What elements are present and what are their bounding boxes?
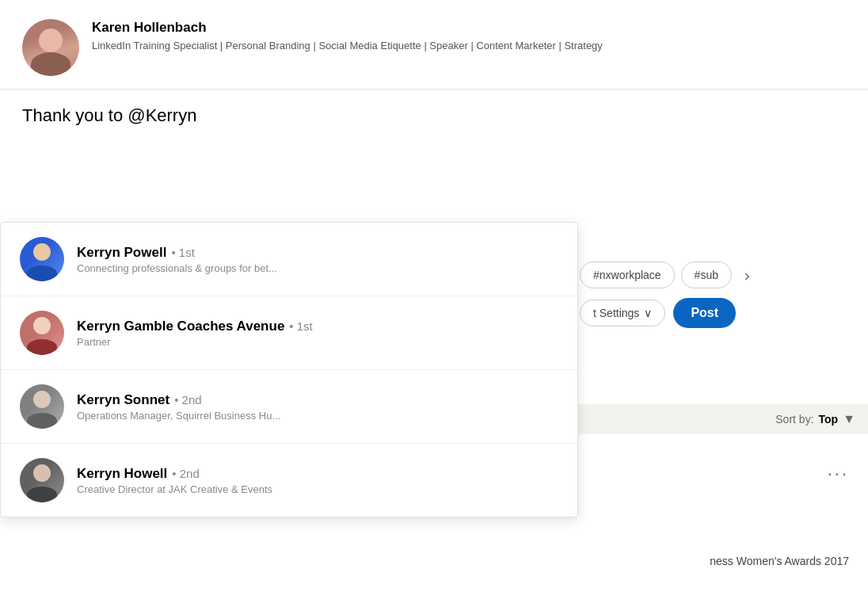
award-text: ness Women's Awards 2017 [710,555,868,567]
suggestion-item[interactable]: Kerryn Gamble Coaches Avenue • 1st Partn… [1,296,577,370]
suggestion-name-3: Kerryn Sonnet [77,392,169,408]
suggestion-sub-3: Operations Manager, Squirrel Business Hu… [77,410,558,422]
action-row: t Settings ∨ Post [580,298,855,328]
hashtag-pill-1[interactable]: #nxworkplace [580,262,675,288]
suggestion-sub-2: Partner [77,336,558,348]
suggestion-item[interactable]: Kerryn Powell • 1st Connecting professio… [1,223,577,296]
suggestion-degree-4: • 2nd [172,467,199,480]
suggestion-sub-4: Creative Director at JAK Creative & Even… [77,483,558,495]
text-area-section: Thank you to @Kerryn [0,90,868,138]
suggestion-degree-2: • 1st [289,319,312,333]
post-text-input[interactable]: Thank you to @Kerryn [22,104,846,128]
suggestion-avatar-4 [20,458,64,502]
mention-suggestion-dropdown: Kerryn Powell • 1st Connecting professio… [0,222,578,517]
profile-headline: LinkedIn Training Specialist | Personal … [92,38,603,54]
suggestion-avatar-2 [20,311,64,355]
suggestion-info-4: Kerryn Howell • 2nd Creative Director at… [77,466,558,495]
suggestion-name-row-4: Kerryn Howell • 2nd [77,466,558,482]
chevron-right-icon[interactable]: › [738,263,756,288]
post-button[interactable]: Post [673,298,736,328]
suggestion-name-row-3: Kerryn Sonnet • 2nd [77,392,558,408]
suggestion-name-2: Kerryn Gamble Coaches Avenue [77,319,284,334]
right-panel: #nxworkplace #sub › t Settings ∨ Post [567,262,868,328]
suggestion-name-4: Kerryn Howell [77,466,167,482]
profile-section: Karen Hollenbach LinkedIn Training Speci… [0,0,868,90]
suggestion-avatar-1 [20,237,64,281]
dots-menu[interactable]: ... [828,460,849,480]
suggestion-info-1: Kerryn Powell • 1st Connecting professio… [77,245,558,274]
suggestion-item[interactable]: Kerryn Sonnet • 2nd Operations Manager, … [1,370,577,444]
sort-chevron-icon[interactable]: ▼ [843,412,855,426]
avatar-image [22,19,79,76]
suggestion-avatar-3 [20,384,64,429]
profile-info: Karen Hollenbach LinkedIn Training Speci… [92,19,603,54]
suggestion-info-3: Kerryn Sonnet • 2nd Operations Manager, … [77,392,558,422]
suggestion-degree-3: • 2nd [174,393,201,407]
settings-button[interactable]: t Settings ∨ [580,300,665,326]
suggestion-name-1: Kerryn Powell [77,245,166,261]
sort-bar: Sort by: Top ▼ [567,404,868,434]
suggestion-info-2: Kerryn Gamble Coaches Avenue • 1st Partn… [77,319,558,348]
hashtag-pill-2[interactable]: #sub [681,262,732,288]
settings-label: t Settings [593,307,639,319]
profile-name: Karen Hollenbach [92,19,603,36]
suggestion-degree-1: • 1st [171,246,194,259]
sort-value[interactable]: Top [819,413,839,426]
chevron-down-icon: ∨ [644,307,652,319]
suggestion-item[interactable]: Kerryn Howell • 2nd Creative Director at… [1,444,577,517]
suggestion-name-row-1: Kerryn Powell • 1st [77,245,558,261]
suggestion-name-row-2: Kerryn Gamble Coaches Avenue • 1st [77,319,558,334]
avatar [22,19,79,76]
sort-label: Sort by: [775,413,813,426]
suggestion-sub-1: Connecting professionals & groups for be… [77,262,558,274]
hashtag-row: #nxworkplace #sub › [580,262,855,288]
main-container: Karen Hollenbach LinkedIn Training Speci… [0,0,868,607]
